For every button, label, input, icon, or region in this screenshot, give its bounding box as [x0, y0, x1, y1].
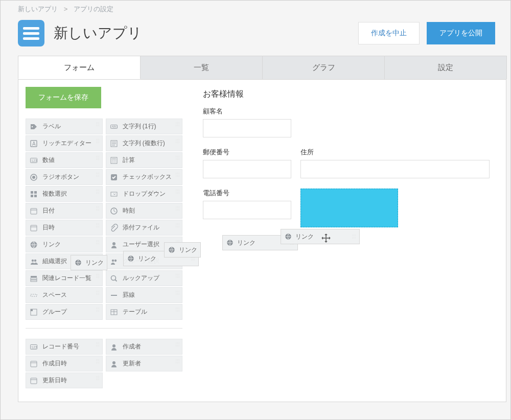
- palette-item-user-select[interactable]: ユーザー選択::::::: [106, 237, 183, 252]
- grip-icon: ::::::: [96, 256, 100, 262]
- palette-item-spacer[interactable]: スペース::::::: [26, 287, 103, 303]
- palette-item-multi-select[interactable]: 複数選択::::::: [26, 186, 103, 202]
- move-cursor-icon: [321, 233, 331, 243]
- form-canvas[interactable]: お客様情報 顧客名 郵便番号 住所 電話番号: [190, 80, 506, 402]
- palette-item-time[interactable]: 時刻::::::: [106, 203, 183, 219]
- svg-rect-9: [31, 195, 33, 197]
- tab-settings[interactable]: 設定: [384, 56, 507, 79]
- breadcrumb-current: アプリの設定: [74, 5, 113, 13]
- date-icon: [29, 206, 38, 216]
- svg-rect-36: [31, 361, 37, 367]
- tab-list[interactable]: 一覧: [140, 56, 263, 79]
- text-input[interactable]: [203, 160, 291, 178]
- palette-item-number[interactable]: 123数値::::::: [26, 152, 103, 168]
- palette-item-modifier[interactable]: 更新者::::::: [106, 356, 183, 371]
- text-input[interactable]: [203, 119, 291, 137]
- palette-item-label: テーブル: [123, 308, 147, 316]
- breadcrumb-root[interactable]: 新しいアプリ: [18, 5, 58, 13]
- multi-select-icon: [29, 190, 38, 199]
- svg-rect-8: [34, 191, 37, 194]
- palette-item-updated-time[interactable]: 更新日時::::::: [26, 372, 103, 388]
- palette-item-dropdown[interactable]: ドロップダウン::::::: [106, 186, 183, 202]
- grip-icon: ::::::: [96, 122, 100, 127]
- palette-item-related-list[interactable]: 関連レコード一覧::::::: [26, 270, 103, 286]
- palette-item-label: グループ選択: [123, 257, 159, 266]
- grip-icon: ::::::: [176, 256, 180, 262]
- lookup-icon: [109, 274, 119, 283]
- palette-item-label: 日付: [42, 206, 55, 215]
- palette-item-lookup[interactable]: ルックアップ::::::: [106, 270, 183, 286]
- palette-item-checkbox[interactable]: チェックボックス::::::: [106, 169, 183, 185]
- palette-item-label: 作成者: [123, 342, 141, 351]
- grip-icon: ::::::: [96, 307, 100, 312]
- grip-icon: ::::::: [96, 290, 100, 295]
- grip-icon: ::::::: [96, 206, 100, 211]
- palette-item-label: 組織選択: [42, 257, 67, 266]
- grip-icon: ::::::: [176, 138, 180, 144]
- palette-item-label: 関連レコード一覧: [42, 274, 91, 283]
- grip-icon: ::::::: [176, 206, 180, 211]
- svg-rect-16: [31, 276, 37, 277]
- field-postal[interactable]: 郵便番号: [203, 148, 291, 178]
- svg-rect-21: [31, 309, 33, 311]
- palette-item-group[interactable]: グループ::::::: [26, 304, 103, 320]
- svg-rect-17: [31, 278, 37, 279]
- palette-item-record-number[interactable]: 123レコード番号::::::: [26, 339, 103, 355]
- palette-item-radio[interactable]: ラジオボタン::::::: [26, 169, 103, 185]
- updated-time-icon: [29, 376, 38, 385]
- attachment-icon: [109, 223, 119, 232]
- svg-point-38: [112, 344, 115, 347]
- palette-item-group-select[interactable]: グループ選択::::::: [106, 253, 183, 269]
- related-list-icon: [29, 274, 38, 283]
- checkbox-icon: [109, 173, 119, 182]
- palette-item-org-select[interactable]: 組織選択::::::: [26, 253, 103, 269]
- svg-rect-18: [31, 280, 37, 282]
- text-input[interactable]: [203, 201, 291, 219]
- palette-item-text-single[interactable]: ABC文字列 (1行)::::::: [106, 119, 183, 134]
- text-single-icon: ABC: [109, 122, 119, 131]
- svg-text:123: 123: [31, 159, 37, 162]
- calc-icon: [109, 156, 119, 165]
- palette-item-created-time[interactable]: 作成日時::::::: [26, 356, 103, 371]
- publish-button[interactable]: アプリを公開: [427, 22, 495, 44]
- tab-graph[interactable]: グラフ: [262, 56, 385, 79]
- field-customer-name[interactable]: 顧客名: [203, 107, 291, 137]
- palette-item-attachment[interactable]: 添付ファイル::::::: [106, 220, 183, 236]
- drop-target-placeholder[interactable]: [300, 189, 398, 227]
- cancel-button[interactable]: 作成を中止: [358, 22, 420, 44]
- field-label: 郵便番号: [203, 148, 291, 157]
- label-icon: [29, 122, 38, 131]
- field-address[interactable]: 住所: [300, 148, 490, 178]
- tab-form[interactable]: フォーム: [18, 56, 141, 79]
- palette-item-label: グループ: [42, 308, 67, 316]
- palette-item-label: 罫線: [123, 291, 135, 299]
- breadcrumb-sep-icon: >: [64, 5, 68, 13]
- dropdown-icon: [109, 190, 119, 199]
- svg-text:ABC: ABC: [111, 125, 118, 128]
- palette-item-text-multi[interactable]: 文字列 (複数行)::::::: [106, 135, 183, 151]
- text-input[interactable]: [300, 160, 490, 178]
- palette-item-label[interactable]: ラベル::::::: [26, 119, 103, 134]
- palette-item-label: 時刻: [123, 206, 135, 215]
- palette-item-table[interactable]: テーブル::::::: [106, 304, 183, 320]
- palette-item-datetime[interactable]: 日時::::::: [26, 220, 103, 236]
- grip-icon: ::::::: [96, 138, 100, 144]
- rich-editor-icon: A: [29, 139, 38, 148]
- text-multi-icon: [109, 139, 119, 148]
- save-form-button[interactable]: フォームを保存: [26, 87, 101, 108]
- palette-item-creator[interactable]: 作成者::::::: [106, 339, 183, 355]
- palette-item-hr[interactable]: 罫線::::::: [106, 287, 183, 303]
- field-phone[interactable]: 電話番号: [203, 189, 291, 219]
- palette-item-date[interactable]: 日付::::::: [26, 203, 103, 219]
- palette-item-link[interactable]: リンク::::::: [26, 237, 103, 252]
- grip-icon: ::::::: [176, 359, 180, 364]
- workspace: フォームを保存 ラベル::::::Aリッチエディター::::::123数値:::…: [18, 80, 506, 402]
- tabs: フォーム 一覧 グラフ 設定: [18, 56, 506, 80]
- palette-item-rich-editor[interactable]: Aリッチエディター::::::: [26, 135, 103, 151]
- app-header: 新しいアプリ 作成を中止 アプリを公開: [1, 15, 510, 56]
- svg-text:A: A: [32, 141, 36, 147]
- palette-item-calc[interactable]: 計算::::::: [106, 152, 183, 168]
- palette-item-label: 添付ファイル: [123, 223, 159, 232]
- radio-icon: [29, 173, 38, 182]
- palette-item-label: ドロップダウン: [123, 190, 166, 198]
